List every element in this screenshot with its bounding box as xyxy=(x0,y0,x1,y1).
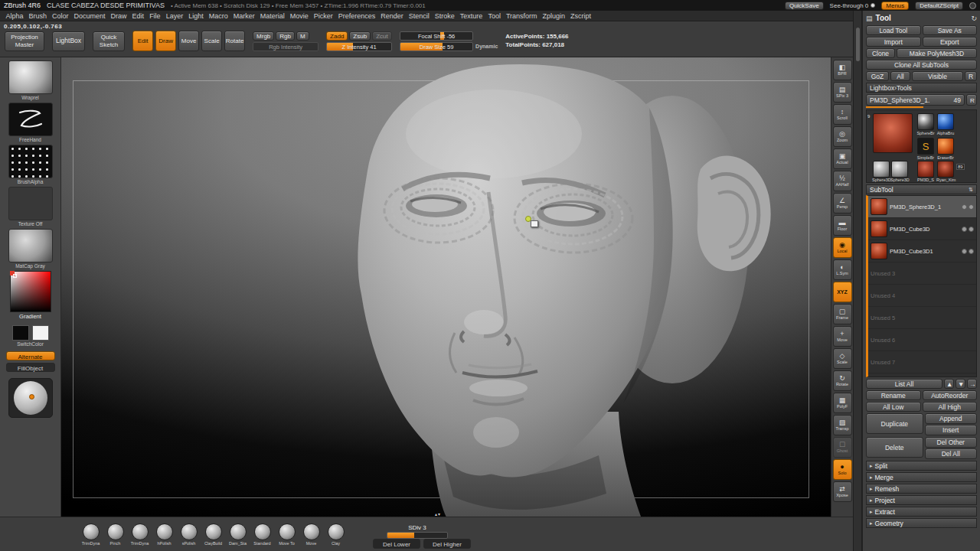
menu-light[interactable]: Light xyxy=(186,12,207,20)
subtool-item-unused[interactable]: Unused 4 xyxy=(868,285,976,307)
rgb-intensity-slider[interactable]: Rgb Intensity xyxy=(253,42,318,51)
scale-mode-button[interactable]: Scale xyxy=(201,31,222,51)
list-all-button[interactable]: List All xyxy=(866,379,942,389)
zoom-button[interactable]: ◎Zoom xyxy=(833,126,852,147)
menus-toggle[interactable]: Menus xyxy=(881,2,909,10)
brush-shortcut[interactable]: Dam_Sta xyxy=(228,523,247,546)
menu-document[interactable]: Document xyxy=(71,12,108,20)
ghost-button[interactable]: ☐Ghost xyxy=(833,437,852,458)
duplicate-button[interactable]: Duplicate xyxy=(866,413,923,434)
sphere3d-thumbnail[interactable] xyxy=(873,161,890,178)
eraserbrush-thumbnail[interactable] xyxy=(937,138,954,155)
quicksave-button[interactable]: QuickSave xyxy=(785,2,824,10)
palette-refresh-icon[interactable]: ↻ xyxy=(971,15,977,22)
switch-color-button[interactable]: SwitchColor xyxy=(17,341,44,347)
rename-button[interactable]: Rename xyxy=(866,390,921,400)
subtool-up-button[interactable]: ▲ xyxy=(944,379,954,389)
visibility-eye-icon[interactable] xyxy=(962,204,974,210)
menu-file[interactable]: File xyxy=(147,12,164,20)
subtool-item[interactable]: PM3D_Cube3D xyxy=(868,218,976,240)
clone-all-subtools-button[interactable]: Clone All SubTools xyxy=(866,60,977,70)
persp-button[interactable]: ∠Persp xyxy=(833,193,852,214)
palette-grid-icon[interactable]: ▤ xyxy=(866,15,873,22)
subtool-item[interactable]: PM3D_Cube3D1 xyxy=(868,240,976,262)
menu-transform[interactable]: Transform xyxy=(503,12,540,20)
actual-button[interactable]: ▣Actual xyxy=(833,148,852,169)
menu-marker[interactable]: Marker xyxy=(230,12,257,20)
sdiv-slider[interactable] xyxy=(387,532,448,539)
brush-shortcut[interactable]: Standard xyxy=(253,523,272,546)
alternate-button[interactable]: Alternate xyxy=(6,351,55,360)
xyz-button[interactable]: XYZ xyxy=(833,282,852,302)
brush-shortcut[interactable]: TrimDyna xyxy=(81,523,100,546)
menu-material[interactable]: Material xyxy=(257,12,287,20)
main-color-swatch[interactable] xyxy=(12,325,29,341)
menu-draw[interactable]: Draw xyxy=(108,12,129,20)
zsub-button[interactable]: Zsub xyxy=(349,31,371,41)
export-button[interactable]: Export xyxy=(923,37,978,47)
clone-button[interactable]: Clone xyxy=(866,48,895,58)
scroll-button[interactable]: ↕Scroll xyxy=(833,104,852,125)
draw-mode-button[interactable]: Draw xyxy=(155,31,176,51)
autoreorder-button[interactable]: AutoReorder xyxy=(923,390,978,400)
save-as-button[interactable]: Save As xyxy=(923,25,978,35)
polyf-button[interactable]: ▦PolyF xyxy=(833,393,852,413)
merge-section-header[interactable]: ▸Merge xyxy=(866,472,977,482)
menu-zscript[interactable]: Zscript xyxy=(568,12,594,20)
project-section-header[interactable]: ▸Project xyxy=(866,495,977,505)
menu-color[interactable]: Color xyxy=(50,12,72,20)
menu-layer[interactable]: Layer xyxy=(163,12,186,20)
lightbox-button[interactable]: LightBox xyxy=(52,31,85,51)
brush-shortcut[interactable]: Move xyxy=(302,523,321,546)
z-intensity-slider[interactable]: Z Intensity 41 xyxy=(326,42,392,51)
move-3d-button[interactable]: +Move xyxy=(833,326,852,347)
rgb-button[interactable]: Rgb xyxy=(276,31,295,41)
menu-edit[interactable]: Edit xyxy=(129,12,147,20)
slider-knob-icon[interactable] xyxy=(871,3,875,8)
m-button[interactable]: M xyxy=(296,31,309,41)
goz-all-button[interactable]: All xyxy=(890,71,910,81)
see-through-slider[interactable]: See-through 0 xyxy=(830,2,876,9)
focal-shift-slider[interactable]: Focal Shift -56 xyxy=(400,31,473,41)
visibility-eye-icon[interactable] xyxy=(962,249,974,254)
bpr-button[interactable]: ◧BPR xyxy=(833,60,852,80)
zcut-button[interactable]: Zcut xyxy=(372,31,392,41)
subtool-item-unused[interactable]: Unused 6 xyxy=(868,329,976,351)
simplebrush-thumbnail[interactable]: S xyxy=(917,138,934,155)
fill-object-button[interactable]: FillObject xyxy=(6,363,55,372)
brush-shortcut[interactable]: TrimDyna xyxy=(130,523,149,546)
alphabrush-thumbnail[interactable] xyxy=(937,113,954,130)
frame-button[interactable]: ▢Frame xyxy=(833,304,852,324)
tool-r-button[interactable]: R xyxy=(966,94,977,106)
menu-zplugin[interactable]: Zplugin xyxy=(540,12,568,20)
del-all-button[interactable]: Del All xyxy=(925,448,978,459)
secondary-color-swatch[interactable] xyxy=(32,325,49,341)
scale-3d-button[interactable]: ◇Scale xyxy=(833,348,852,369)
menu-brush[interactable]: Brush xyxy=(26,12,50,20)
ryan-kim-thumbnail[interactable] xyxy=(937,161,954,178)
floor-button[interactable]: ▬Floor xyxy=(833,215,852,236)
local-button[interactable]: ◉Local xyxy=(833,237,852,258)
transp-button[interactable]: ▨Transp xyxy=(833,415,852,435)
pm3d-thumbnail[interactable] xyxy=(917,161,934,178)
subtool-section-header[interactable]: SubTool ⇅ xyxy=(866,184,977,194)
default-zscript-button[interactable]: DefaultZScript xyxy=(915,2,963,10)
sculpt-canvas[interactable]: ▴▾ xyxy=(61,57,831,517)
current-tool-button[interactable]: PM3D_Sphere3D_1. 49 xyxy=(866,94,965,106)
menu-render[interactable]: Render xyxy=(378,12,407,20)
subtool-item-unused[interactable]: Unused 5 xyxy=(868,307,976,329)
brush-shortcut[interactable]: sPolish xyxy=(179,523,198,546)
draw-size-slider[interactable]: Draw Size 59 xyxy=(400,42,473,51)
current-alpha-thumbnail[interactable] xyxy=(8,145,53,178)
brush-shortcut[interactable]: hPolish xyxy=(155,523,174,546)
del-lower-button[interactable]: Del Lower xyxy=(373,539,420,549)
goz-visible-button[interactable]: Visible xyxy=(912,71,963,81)
delete-button[interactable]: Delete xyxy=(866,437,923,458)
rotate-mode-button[interactable]: Rotate xyxy=(224,31,245,51)
del-other-button[interactable]: Del Other xyxy=(925,437,978,448)
insert-button[interactable]: Insert xyxy=(925,425,978,435)
current-brush-thumbnail[interactable] xyxy=(8,60,53,94)
xpose-button[interactable]: ⇄Xpose xyxy=(833,481,852,502)
current-tool-thumbnail[interactable] xyxy=(873,113,913,153)
move-mode-button[interactable]: Move xyxy=(178,31,199,51)
